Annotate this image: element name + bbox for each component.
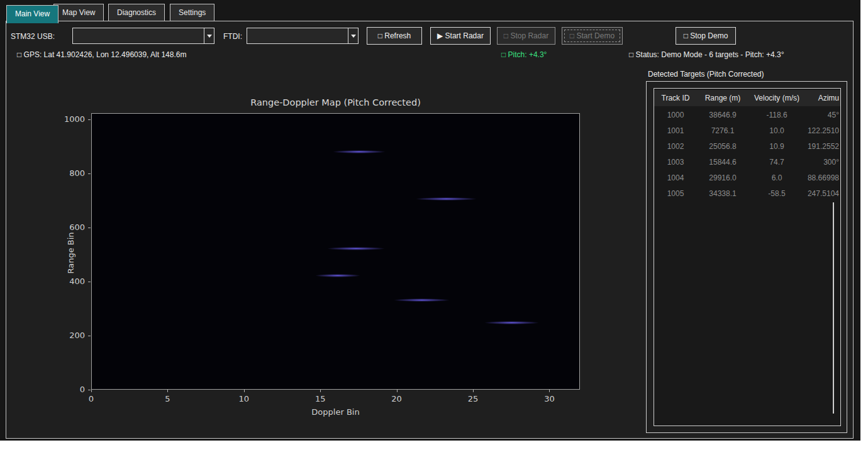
- demo-status-text: □ Status: Demo Mode - 6 targets - Pitch:…: [629, 50, 784, 59]
- stop-radar-button: □ Stop Radar: [497, 27, 555, 45]
- table-cell: 300°: [805, 154, 839, 170]
- start-demo-button: □ Start Demo: [562, 27, 623, 45]
- y-tick-mark: [88, 228, 91, 228]
- x-tick-mark: [473, 390, 474, 392]
- table-cell: 7276.1: [697, 123, 748, 138]
- table-cell: 25056.8: [697, 138, 748, 154]
- table-row[interactable]: 100534338.1-58.5247.5104: [654, 185, 840, 201]
- table-cell: -118.6: [748, 107, 805, 123]
- column-header-track-id[interactable]: Track ID: [654, 90, 697, 106]
- refresh-button[interactable]: □ Refresh: [367, 27, 422, 45]
- radar-blip: [394, 299, 449, 302]
- targets-scrollbar[interactable]: [833, 202, 834, 414]
- table-row[interactable]: 100038646.9-118.645°: [654, 107, 840, 123]
- x-tick-label: 20: [384, 394, 409, 403]
- column-header-azimu[interactable]: Azimu: [805, 90, 839, 106]
- table-row[interactable]: 10017276.110.0122.2510: [654, 123, 840, 138]
- x-tick-label: 15: [308, 394, 333, 403]
- radar-blip: [328, 247, 384, 250]
- table-cell: 10.0: [748, 123, 805, 138]
- y-tick-label: 800: [53, 168, 85, 178]
- x-tick-label: 30: [537, 394, 562, 403]
- y-tick-mark: [88, 119, 91, 120]
- ftdi-combobox-dropdown-button[interactable]: [348, 28, 358, 43]
- x-tick-label: 25: [460, 394, 486, 403]
- table-cell: 247.5104: [805, 185, 839, 201]
- y-tick-mark: [88, 173, 91, 174]
- chevron-down-icon: [351, 35, 356, 38]
- x-tick-mark: [397, 390, 398, 392]
- ftdi-combobox-value[interactable]: [247, 28, 348, 43]
- table-cell: 38646.9: [697, 107, 748, 123]
- x-axis-label: Doppler Bin: [91, 407, 580, 417]
- x-tick-mark: [320, 390, 321, 392]
- table-cell: 191.2552: [805, 138, 839, 154]
- column-header-velocity-m-s-[interactable]: Velocity (m/s): [748, 90, 805, 106]
- table-cell: 1000: [654, 107, 697, 123]
- x-tick-mark: [549, 390, 550, 392]
- table-cell: 1005: [654, 185, 697, 201]
- table-cell: 88.66998: [805, 170, 839, 185]
- table-cell: 74.7: [748, 154, 805, 170]
- targets-table-header: Track IDRange (m)Velocity (m/s)Azimu: [654, 90, 840, 106]
- radar-blip: [416, 197, 476, 200]
- x-tick-label: 5: [155, 394, 180, 403]
- start-radar-button[interactable]: ▶ Start Radar: [430, 27, 491, 45]
- table-cell: 29916.0: [697, 170, 748, 185]
- y-tick-mark: [88, 282, 91, 282]
- column-header-range-m-[interactable]: Range (m): [697, 90, 748, 106]
- table-row[interactable]: 100429916.06.088.66998: [654, 170, 840, 185]
- radar-blip: [316, 274, 360, 277]
- stm32-usb-combobox-value[interactable]: [73, 28, 204, 43]
- x-tick-label: 10: [231, 394, 257, 403]
- table-cell: 122.2510: [805, 123, 839, 138]
- radar-blip: [333, 150, 386, 153]
- table-cell: 45°: [805, 107, 839, 123]
- pitch-indicator: □ Pitch: +4.3°: [501, 50, 547, 59]
- table-cell: 15844.6: [697, 154, 748, 170]
- table-cell: 1004: [654, 170, 697, 185]
- stm32-usb-label: STM32 USB:: [11, 32, 55, 41]
- y-tick-label: 200: [53, 331, 85, 340]
- y-tick-label: 600: [53, 222, 85, 232]
- y-tick-label: 400: [53, 277, 85, 286]
- x-tick-mark: [167, 390, 168, 392]
- x-tick-mark: [244, 390, 245, 392]
- targets-table: Track IDRange (m)Velocity (m/s)Azimu 100…: [654, 88, 841, 426]
- table-row[interactable]: 100315844.674.7300°: [654, 154, 840, 170]
- ftdi-combobox[interactable]: [247, 28, 359, 44]
- app-window: Main ViewMap ViewDiagnosticsSettings STM…: [0, 0, 860, 441]
- tab-settings[interactable]: Settings: [170, 4, 214, 21]
- chevron-down-icon: [207, 35, 212, 38]
- table-row[interactable]: 100225056.810.9191.2552: [654, 138, 840, 154]
- table-cell: 1001: [654, 123, 697, 138]
- stop-demo-button[interactable]: □ Stop Demo: [676, 27, 736, 45]
- targets-panel-title: Detected Targets (Pitch Corrected): [648, 70, 764, 79]
- table-cell: 1003: [654, 154, 697, 170]
- y-tick-mark: [88, 336, 91, 336]
- y-tick-label: 0: [53, 385, 85, 394]
- table-cell: -58.5: [748, 185, 805, 201]
- table-cell: 1002: [654, 138, 697, 154]
- x-tick-mark: [91, 390, 92, 392]
- gps-status-text: □ GPS: Lat 41.902426, Lon 12.496039, Alt…: [17, 50, 186, 59]
- page: Main ViewMap ViewDiagnosticsSettings STM…: [0, 0, 868, 450]
- stm32-usb-combobox[interactable]: [72, 28, 214, 44]
- y-tick-label: 1000: [53, 114, 85, 124]
- table-cell: 6.0: [748, 170, 805, 185]
- x-tick-label: 0: [79, 394, 104, 403]
- y-tick-mark: [88, 390, 91, 390]
- table-cell: 34338.1: [697, 185, 748, 201]
- radar-blip: [485, 321, 538, 324]
- table-cell: 10.9: [748, 138, 805, 154]
- chart-title: Range-Doppler Map (Pitch Corrected): [91, 97, 580, 107]
- tab-main-view[interactable]: Main View: [6, 5, 58, 23]
- ftdi-label: FTDI:: [223, 32, 242, 41]
- range-doppler-plot: [91, 113, 580, 390]
- stm32-usb-combobox-dropdown-button[interactable]: [204, 28, 214, 43]
- tab-diagnostics[interactable]: Diagnostics: [108, 4, 165, 21]
- tab-map-view[interactable]: Map View: [53, 4, 104, 21]
